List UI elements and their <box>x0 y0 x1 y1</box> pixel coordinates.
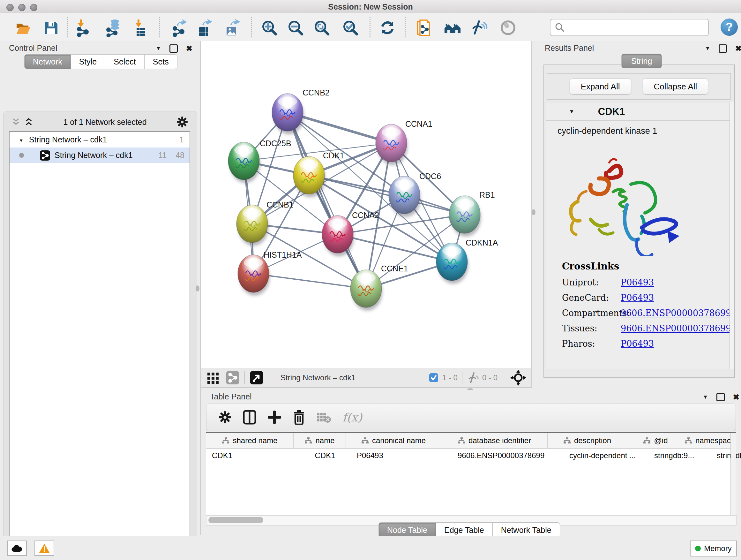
panel-close-icon[interactable] <box>186 44 192 53</box>
network-node-HIST1H1A[interactable]: HIST1H1A <box>238 250 302 296</box>
panel-menu-icon[interactable] <box>156 45 161 52</box>
panel-float-icon[interactable] <box>170 44 178 53</box>
show-columns-icon[interactable] <box>243 410 256 425</box>
import-network-from-database-button[interactable] <box>105 19 123 37</box>
table-row[interactable]: CDK1CDK1P064939606.ENSP00000378699cyclin… <box>206 449 736 462</box>
zoom-in-button[interactable] <box>260 19 278 37</box>
network-node-CCNA2[interactable]: CCNA2 <box>322 211 379 256</box>
network-canvas[interactable]: CCNB2CCNA1CDC25BCDK1CDC6RB1CCNB1CCNA2CDK… <box>201 41 532 368</box>
column-header-id[interactable]: @id <box>627 433 684 448</box>
search-input[interactable] <box>568 23 708 32</box>
table-settings-gear-icon[interactable] <box>219 411 231 424</box>
tab-sets[interactable]: Sets <box>145 54 178 69</box>
column-header-name[interactable]: name <box>293 433 346 448</box>
network-edge-CDK1-RB1[interactable] <box>309 175 465 214</box>
import-table-button[interactable] <box>131 19 149 37</box>
network-node-CDK1[interactable]: CDK1 <box>293 151 344 197</box>
import-network-button[interactable] <box>74 19 92 37</box>
share-document-button[interactable] <box>415 19 433 37</box>
panel-float-icon[interactable] <box>719 44 727 53</box>
collapse-all-icon[interactable] <box>11 117 21 127</box>
tree-expander-icon[interactable] <box>19 136 23 144</box>
gene-section-header[interactable]: CDK1 <box>546 103 732 121</box>
network-edge-CCNB2-CCNE1[interactable] <box>287 112 366 289</box>
network-collection-count: 1 <box>179 135 184 144</box>
show-panel-button[interactable] <box>499 19 517 37</box>
tab-network[interactable]: Network <box>24 54 71 69</box>
network-row-selected[interactable]: String Network – cdk1 11 48 <box>10 147 190 163</box>
homes-button[interactable] <box>444 19 461 37</box>
expand-all-button[interactable]: Expand All <box>569 78 631 95</box>
collapse-all-button[interactable]: Collapse All <box>643 78 709 95</box>
tab-node-table[interactable]: Node Table <box>379 522 436 538</box>
network-view-icon[interactable] <box>225 370 240 385</box>
network-node-CCNB2[interactable]: CCNB2 <box>272 88 330 134</box>
column-type-icon <box>643 437 651 444</box>
zoom-out-button[interactable] <box>286 19 305 37</box>
column-header-namespace[interactable]: namespace <box>684 433 736 448</box>
delete-column-icon[interactable] <box>293 410 306 425</box>
network-collection-row[interactable]: String Network – cdk1 1 <box>10 132 190 147</box>
crosslinks-rows: Uniprot:P06493GeneCard:P06493Compartment… <box>562 277 731 349</box>
gear-icon[interactable] <box>177 116 188 128</box>
selected-checkbox-icon[interactable] <box>429 373 439 382</box>
refresh-button[interactable] <box>379 19 396 37</box>
panel-close-icon[interactable] <box>735 44 741 53</box>
tab-edge-table[interactable]: Edge Table <box>436 522 493 538</box>
tab-style[interactable]: Style <box>71 54 106 69</box>
import-table-icon <box>131 19 149 37</box>
tab-network-table[interactable]: Network Table <box>493 522 560 538</box>
crosslink-link[interactable]: P06493 <box>621 339 654 349</box>
crosslink-link[interactable]: 9606.ENSP00000378699 <box>621 323 731 333</box>
tab-select[interactable]: Select <box>105 54 144 69</box>
table-vertical-scrollbar[interactable] <box>731 433 736 515</box>
export-image-button[interactable] <box>223 19 241 37</box>
export-network-button[interactable] <box>171 19 188 37</box>
titlebar: Session: New Session <box>0 0 741 13</box>
panel-menu-icon[interactable] <box>705 45 711 52</box>
network-node-CCNE1[interactable]: CCNE1 <box>350 264 408 311</box>
table-body: CDK1CDK1P064939606.ENSP00000378699cyclin… <box>206 449 736 462</box>
crosslink-row: Tissues:9606.ENSP00000378699 <box>562 323 731 333</box>
column-header-canonical-name[interactable]: canonical name <box>346 433 441 448</box>
scrollbar-thumb[interactable] <box>208 517 263 523</box>
export-table-button[interactable] <box>195 19 213 37</box>
crosslink-link[interactable]: P06493 <box>621 277 654 287</box>
section-expander-icon[interactable] <box>569 109 575 115</box>
expand-all-icon[interactable] <box>24 117 33 127</box>
hidden-eye-icon[interactable] <box>467 372 479 383</box>
grid-view-icon[interactable] <box>206 371 220 385</box>
column-header-database-identifier[interactable]: database identifier <box>441 433 548 448</box>
hide-panels-button[interactable] <box>470 19 488 37</box>
help-button[interactable]: ? <box>721 18 738 36</box>
open-session-button[interactable] <box>14 19 32 37</box>
network-node-CDC6[interactable]: CDC6 <box>389 172 441 217</box>
save-session-button[interactable] <box>42 19 60 37</box>
column-header-shared-name[interactable]: shared name <box>206 433 293 448</box>
network-edge-HIST1H1A-CCNE1[interactable] <box>253 273 366 289</box>
fit-content-icon[interactable] <box>510 370 526 386</box>
results-scrollbar[interactable] <box>730 102 734 369</box>
zoom-fit-button[interactable] <box>313 19 331 37</box>
right-splitter-handle[interactable] <box>532 209 536 215</box>
network-node-CCNA1[interactable]: CCNA1 <box>376 119 432 165</box>
panel-float-icon[interactable] <box>717 393 725 401</box>
network-node-CDC25B[interactable]: CDC25B <box>228 139 291 183</box>
crosslink-link[interactable]: 9606.ENSP00000378699 <box>621 308 731 318</box>
network-node-CDKN1A[interactable]: CDKN1A <box>436 238 498 284</box>
birdseye-view-icon[interactable] <box>249 370 264 385</box>
left-splitter-handle[interactable] <box>196 286 199 292</box>
network-node-RB1[interactable]: RB1 <box>449 190 495 237</box>
add-column-icon[interactable] <box>268 411 281 424</box>
warnings-button[interactable] <box>35 541 54 556</box>
column-header-description[interactable]: description <box>548 433 627 448</box>
crosslink-row: Pharos:P06493 <box>562 339 731 349</box>
panel-close-icon[interactable] <box>733 393 739 401</box>
crosslink-link[interactable]: P06493 <box>621 293 654 303</box>
cloud-status-button[interactable] <box>7 541 27 556</box>
zoom-selected-button[interactable] <box>341 19 359 37</box>
network-node-CCNB1[interactable]: CCNB1 <box>237 200 293 246</box>
memory-button[interactable]: Memory <box>690 541 737 557</box>
tab-string[interactable]: String <box>621 54 662 68</box>
panel-menu-icon[interactable] <box>703 394 708 400</box>
